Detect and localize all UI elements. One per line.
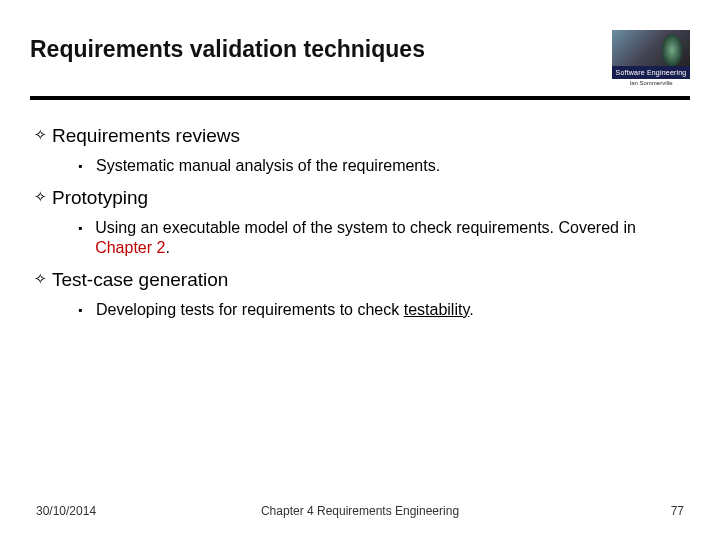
sub-bullet-text: Systematic manual analysis of the requir… [96, 156, 440, 176]
footer-chapter: Chapter 4 Requirements Engineering [0, 504, 720, 518]
book-logo: Software Engineering Ian Sommerville [612, 30, 690, 86]
title-divider [30, 96, 690, 100]
header-row: Requirements validation techniques Softw… [30, 30, 690, 86]
bullet-text: Test-case generation [52, 268, 228, 292]
diamond-bullet-icon: ✧ [34, 268, 52, 290]
text-span: . [469, 301, 473, 318]
text-span: Systematic manual analysis of the requir… [96, 157, 440, 174]
bullet-text: Prototyping [52, 186, 148, 210]
book-cover-image [612, 30, 690, 66]
square-bullet-icon: ▪ [78, 300, 96, 320]
bullet-list: ✧Requirements reviews▪Systematic manual … [30, 124, 690, 320]
diamond-bullet-icon: ✧ [34, 186, 52, 208]
slide: Requirements validation techniques Softw… [0, 0, 720, 540]
slide-title: Requirements validation techniques [30, 30, 612, 63]
bullet-level-1: ✧Prototyping [34, 186, 686, 210]
sub-bullet-text: Developing tests for requirements to che… [96, 300, 474, 320]
footer: 30/10/2014 Chapter 4 Requirements Engine… [0, 504, 720, 518]
text-span: Using an executable model of the system … [95, 219, 636, 236]
square-bullet-icon: ▪ [78, 156, 96, 176]
square-bullet-icon: ▪ [78, 218, 95, 238]
book-author: Ian Sommerville [629, 80, 672, 86]
bullet-level-1: ✧Test-case generation [34, 268, 686, 292]
red-text: Chapter 2 [95, 239, 165, 256]
bullet-text: Requirements reviews [52, 124, 240, 148]
bullet-level-2: ▪Using an executable model of the system… [78, 218, 686, 258]
bullet-level-2: ▪Developing tests for requirements to ch… [78, 300, 686, 320]
book-title-text: Software Engineering [616, 69, 687, 76]
text-span: Developing tests for requirements to che… [96, 301, 404, 318]
text-span: . [165, 239, 169, 256]
sub-bullet-text: Using an executable model of the system … [95, 218, 686, 258]
underlined-text: testability [404, 301, 470, 318]
diamond-bullet-icon: ✧ [34, 124, 52, 146]
book-title-band: Software Engineering [612, 66, 690, 79]
bullet-level-1: ✧Requirements reviews [34, 124, 686, 148]
bullet-level-2: ▪Systematic manual analysis of the requi… [78, 156, 686, 176]
